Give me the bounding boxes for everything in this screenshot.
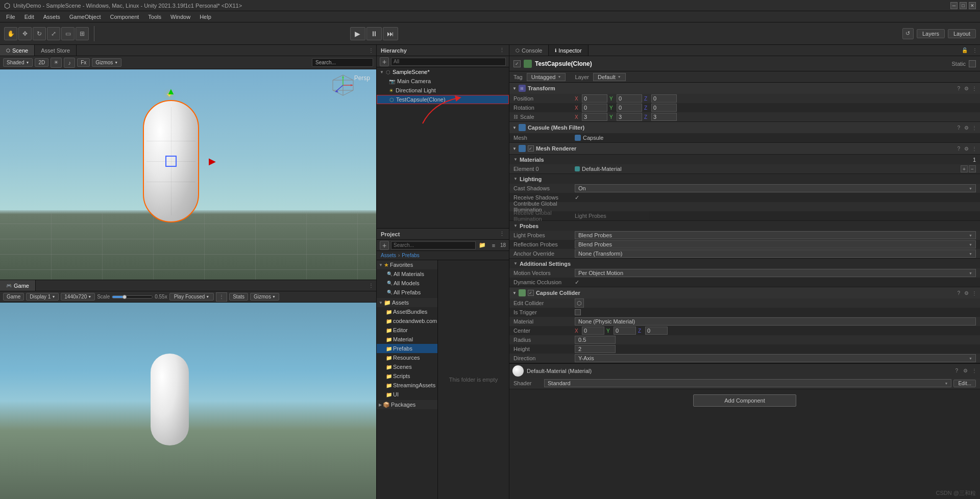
add-component-btn[interactable]: Add Component bbox=[693, 394, 796, 407]
fav-all-materials[interactable]: 🔍 All Materials bbox=[377, 269, 437, 279]
material-dropdown[interactable]: None (Physic Material) bbox=[575, 317, 976, 326]
menu-gameobject[interactable]: GameObject bbox=[65, 13, 105, 21]
project-search[interactable] bbox=[394, 242, 473, 248]
move-tool-btn[interactable]: ✥ bbox=[18, 27, 32, 40]
tab-console[interactable]: ⬡ Console bbox=[509, 45, 549, 56]
hierarchy-item-scene[interactable]: ▼ ⬡ SampleScene* bbox=[377, 67, 509, 77]
radius-field[interactable] bbox=[575, 336, 616, 344]
hierarchy-item-light[interactable]: ☀ Directional Light bbox=[377, 86, 509, 95]
reflection-probes-dropdown[interactable]: Blend Probes▼ bbox=[575, 240, 976, 248]
transform-header[interactable]: ▼ ⊞ Transform ? ⚙ ⋮ bbox=[509, 83, 980, 94]
rotate-tool-btn[interactable]: ↻ bbox=[33, 27, 46, 40]
menu-component[interactable]: Component bbox=[106, 13, 143, 21]
2d-toggle[interactable]: 2D bbox=[35, 58, 48, 67]
mr-menu[interactable]: ⋮ bbox=[972, 146, 977, 152]
size-slider-btn[interactable]: 18 bbox=[500, 242, 506, 248]
play-btn[interactable]: ▶ bbox=[350, 27, 365, 40]
mesh-filter-header[interactable]: ▼ Capsule (Mesh Filter) ? ⚙ ⋮ bbox=[509, 122, 980, 133]
rot-x-field[interactable] bbox=[582, 104, 607, 112]
hierarchy-item-testcapsule[interactable]: ⬡ TestCapsule(Clone) bbox=[377, 95, 509, 104]
asset-scripts[interactable]: 📁Scripts bbox=[377, 371, 437, 381]
menu-tools[interactable]: Tools bbox=[144, 13, 165, 21]
resolution-dropdown[interactable]: 1440x720▼ bbox=[61, 293, 95, 301]
mesh-filter-help[interactable]: ? bbox=[957, 125, 960, 131]
audio-toggle[interactable]: ♪ bbox=[64, 58, 75, 68]
asset-scenes[interactable]: 📁Scenes bbox=[377, 362, 437, 371]
favorites-header[interactable]: ▼ ★ Favorites bbox=[377, 260, 437, 269]
close-btn[interactable]: ✕ bbox=[969, 2, 976, 9]
cast-shadows-dropdown[interactable]: On▼ bbox=[575, 184, 976, 192]
cc-help[interactable]: ? bbox=[957, 290, 960, 296]
fav-all-prefabs[interactable]: 🔍 All Prefabs bbox=[377, 288, 437, 297]
step-btn[interactable]: ⏭ bbox=[383, 27, 398, 40]
height-field[interactable] bbox=[575, 345, 616, 353]
tab-scene[interactable]: ⬡ Scene bbox=[0, 45, 35, 56]
rect-tool-btn[interactable]: ▭ bbox=[61, 27, 75, 40]
shader-edit-btn[interactable]: Edit... bbox=[953, 380, 976, 387]
default-material-header[interactable]: Default-Material (Material) ? ⚙ ⋮ bbox=[509, 363, 980, 378]
asset-ui[interactable]: 📁UI bbox=[377, 390, 437, 399]
assets-header[interactable]: ▼ 📁 Assets bbox=[377, 298, 437, 307]
dm-menu[interactable]: ⋮ bbox=[972, 368, 977, 373]
shader-dropdown[interactable]: Standard▼ bbox=[544, 379, 951, 387]
menu-edit[interactable]: Edit bbox=[20, 13, 38, 21]
dm-help[interactable]: ? bbox=[955, 368, 958, 373]
menu-window[interactable]: Window bbox=[166, 13, 194, 21]
edit-collider-btn[interactable]: ⬡ bbox=[575, 298, 584, 308]
menu-assets[interactable]: Assets bbox=[39, 13, 64, 21]
fav-all-models[interactable]: 🔍 All Models bbox=[377, 279, 437, 288]
menu-file[interactable]: File bbox=[2, 13, 19, 21]
inspector-more-btn[interactable]: ⋮ bbox=[970, 45, 980, 56]
menu-help[interactable]: Help bbox=[195, 13, 215, 21]
asset-streamingassets[interactable]: 📁StreamingAssets bbox=[377, 381, 437, 390]
display-dropdown[interactable]: Display 1▼ bbox=[26, 293, 59, 301]
mesh-value[interactable]: Capsule bbox=[575, 135, 976, 141]
tag-dropdown[interactable]: Untagged▼ bbox=[527, 73, 566, 81]
dm-settings[interactable]: ⚙ bbox=[963, 368, 968, 373]
mr-settings[interactable]: ⚙ bbox=[964, 146, 969, 152]
minimize-btn[interactable]: ─ bbox=[950, 2, 958, 9]
cc-settings[interactable]: ⚙ bbox=[964, 290, 969, 296]
rot-z-field[interactable] bbox=[651, 104, 677, 112]
scale-z-field[interactable] bbox=[651, 113, 677, 121]
layout-dropdown[interactable]: Layout bbox=[948, 29, 976, 38]
lighting-toggle[interactable]: ☀ bbox=[51, 58, 62, 68]
project-add-btn[interactable]: + bbox=[380, 241, 389, 250]
folder-btn[interactable]: 📁 bbox=[478, 241, 487, 250]
undo-btn[interactable]: ↺ bbox=[902, 28, 914, 39]
center-z-field[interactable] bbox=[645, 327, 668, 335]
center-x-field[interactable] bbox=[582, 327, 604, 335]
pos-z-field[interactable] bbox=[651, 94, 677, 103]
element0-value[interactable]: Default-Material bbox=[575, 166, 961, 172]
transform-settings-icon[interactable]: ⚙ bbox=[964, 86, 969, 91]
inspector-lock-btn[interactable]: 🔓 bbox=[960, 45, 970, 56]
obj-active-checkbox[interactable]: ✓ bbox=[513, 60, 521, 67]
stats-btn[interactable]: Stats bbox=[229, 293, 248, 301]
pause-btn[interactable]: ⏸ bbox=[366, 27, 382, 40]
project-more-btn[interactable]: ⋮ bbox=[499, 231, 505, 237]
anchor-override-dropdown[interactable]: None (Transform)▼ bbox=[575, 250, 976, 258]
mesh-filter-settings[interactable]: ⚙ bbox=[964, 125, 969, 131]
hierarchy-more-btn[interactable]: ⋮ bbox=[499, 47, 505, 54]
packages-header[interactable]: ▶ 📦 Packages bbox=[377, 400, 437, 409]
asset-prefabs[interactable]: 📁Prefabs bbox=[377, 344, 437, 353]
capsule-collider-header[interactable]: ▼ ✓ Capsule Collider ? ⚙ ⋮ bbox=[509, 287, 980, 298]
rot-y-field[interactable] bbox=[617, 104, 642, 112]
mesh-filter-menu[interactable]: ⋮ bbox=[972, 125, 977, 131]
list-view-btn[interactable]: ≡ bbox=[489, 241, 498, 250]
shading-dropdown[interactable]: Shaded▼ bbox=[3, 58, 33, 67]
transform-menu-icon[interactable]: ⋮ bbox=[972, 86, 977, 91]
transform-help-icon[interactable]: ? bbox=[957, 86, 960, 91]
asset-codeandweb[interactable]: 📁codeandweb.com bbox=[377, 316, 437, 326]
game-more-btn[interactable]: ⋮ bbox=[366, 280, 376, 291]
layer-dropdown[interactable]: Default▼ bbox=[593, 73, 626, 81]
maximize-btn[interactable]: □ bbox=[960, 2, 967, 9]
hand-tool-btn[interactable]: ✋ bbox=[4, 27, 17, 40]
tab-game[interactable]: 🎮 Game bbox=[0, 280, 36, 291]
play-focused-btn[interactable]: Play Focused▼ bbox=[169, 293, 214, 301]
fx-toggle[interactable]: Fx bbox=[77, 58, 90, 67]
hierarchy-item-camera[interactable]: 📷 Main Camera bbox=[377, 77, 509, 86]
hierarchy-search[interactable] bbox=[394, 59, 503, 64]
scale-x-field[interactable] bbox=[582, 113, 607, 121]
cc-checkbox[interactable]: ✓ bbox=[528, 290, 534, 296]
